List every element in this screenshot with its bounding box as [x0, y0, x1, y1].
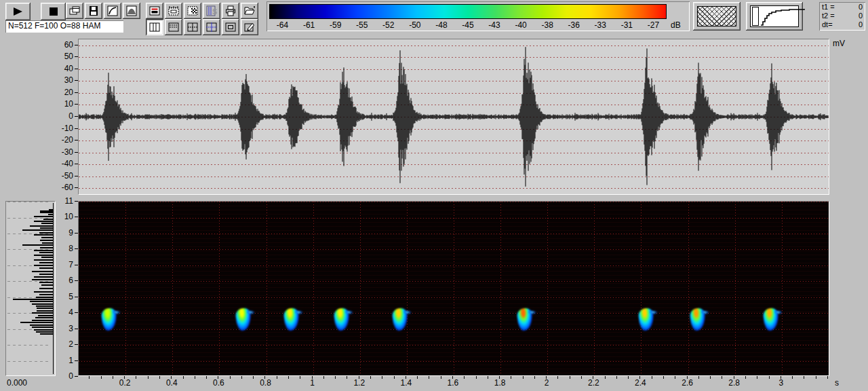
spectrum-bar — [37, 310, 53, 312]
time-tick-label: 0.4 — [163, 378, 180, 388]
mv-tick — [75, 128, 78, 129]
time-gridline — [454, 202, 454, 375]
colorbar-tick-label: -48 — [428, 20, 454, 30]
spectrum-gridline — [7, 202, 50, 202]
play-button[interactable] — [5, 3, 31, 20]
time-tick-label: 0.2 — [117, 378, 133, 388]
spectrum-bar — [32, 312, 53, 314]
mv-tick-label: 50 — [51, 52, 73, 61]
spectrum-bar — [37, 308, 53, 309]
colorbar-tick-label: -38 — [534, 20, 561, 30]
colorbar-tick-label: -55 — [349, 20, 375, 30]
spectrum-bar — [39, 232, 53, 234]
colorbar-tick-label: -33 — [587, 20, 614, 30]
dolphin-click-blip — [102, 308, 117, 331]
time-gridline — [688, 202, 689, 375]
windows-copy-button[interactable] — [66, 3, 83, 19]
spectrum-bar — [43, 219, 53, 220]
colorbar-tick-label: -59 — [322, 20, 349, 30]
mv-tick — [75, 140, 78, 141]
window-function-icon — [125, 5, 138, 16]
mv-tick — [75, 69, 78, 69]
spectrum-bar — [39, 252, 54, 253]
spectrum-bar — [32, 271, 53, 272]
time-zoom-button[interactable] — [165, 3, 182, 19]
spectrum-bar — [48, 214, 53, 215]
fft-settings-button[interactable]: S — [203, 3, 220, 19]
edit-pencil-icon — [243, 22, 256, 33]
khz-tick — [75, 329, 78, 329]
spectrogram-canvas[interactable] — [78, 201, 829, 376]
gain-curve-button[interactable] — [104, 3, 121, 19]
stop-icon — [49, 7, 58, 16]
colorbar-tick-label: -36 — [561, 20, 587, 30]
spectrum-bar — [39, 294, 54, 295]
spectrum-bar — [22, 244, 53, 246]
selection-button[interactable] — [184, 3, 201, 19]
cursor-readout-panel: t1 =0t2 =0dt=0 — [819, 2, 865, 31]
time-gridline — [407, 202, 408, 375]
readout-row: dt=0 — [822, 20, 863, 29]
time-gridline — [547, 202, 548, 375]
dolphin-click-blip — [764, 308, 778, 331]
time-tick-label: 2.6 — [679, 378, 696, 388]
mean-spectrum-canvas[interactable] — [5, 201, 56, 376]
mv-tick-label: -60 — [51, 183, 73, 192]
time-gridline — [641, 202, 642, 375]
window-function-button[interactable] — [123, 3, 140, 19]
stop-button[interactable] — [41, 3, 66, 20]
print-button[interactable] — [222, 3, 239, 19]
layout-rows-button[interactable] — [165, 19, 182, 35]
dolphin-click-blip — [517, 308, 532, 331]
mv-tick-label: 0 — [51, 111, 73, 121]
colorbar-tick-label: -50 — [401, 20, 428, 30]
spectrum-bar — [32, 327, 53, 328]
readout-value: 0 — [859, 12, 863, 20]
mv-tick-label: 20 — [51, 88, 73, 97]
spectrum-bar — [38, 315, 53, 316]
khz-tick — [75, 248, 78, 249]
mv-tick-label: -20 — [51, 135, 73, 145]
dolphin-click-blip — [393, 308, 408, 331]
time-gridline — [125, 202, 126, 375]
spectrum-bar — [35, 317, 53, 318]
waveform-trace — [79, 39, 829, 194]
khz-tick-label: 11 — [56, 196, 73, 206]
spectrum-bar — [34, 234, 53, 236]
spectrum-bar — [30, 225, 53, 227]
open-file-button[interactable] — [241, 3, 258, 19]
layout-quad-icon — [186, 22, 199, 33]
layout-columns-button[interactable] — [146, 19, 163, 35]
layout-quad-button[interactable] — [184, 19, 201, 35]
oscillogram-canvas[interactable] — [78, 39, 829, 195]
time-gridline — [594, 202, 595, 375]
time-tick-label: 1.2 — [351, 378, 368, 388]
spectrum-gridline — [7, 361, 50, 362]
readout-row: t1 =0 — [822, 3, 863, 12]
spectrum-bar — [36, 297, 53, 298]
edit-button[interactable] — [241, 19, 258, 35]
time-gridline — [313, 202, 314, 375]
save-button[interactable] — [85, 3, 102, 19]
hatch-pattern-button[interactable] — [693, 2, 741, 31]
spectrum-bar — [40, 333, 53, 335]
khz-tick-label: 10 — [56, 212, 73, 221]
time-gridline — [360, 202, 361, 375]
spectrum-bar — [39, 262, 54, 263]
checker-selection-icon — [186, 5, 199, 16]
display-button[interactable] — [146, 3, 163, 19]
time-tick-label: 2.8 — [726, 378, 743, 388]
layout-cross-button[interactable] — [203, 19, 220, 35]
mv-tick — [75, 92, 78, 93]
layout-inset-button[interactable] — [222, 19, 239, 35]
time-gridline — [172, 202, 173, 375]
mv-tick-label: -40 — [51, 159, 73, 168]
transfer-curve-icon — [750, 5, 799, 27]
layout-columns-icon — [149, 22, 161, 33]
transfer-curve-button[interactable] — [746, 2, 803, 31]
time-tick-label: 2.4 — [632, 378, 648, 388]
layout-inset-icon — [224, 22, 237, 33]
readout-value: 0 — [859, 20, 863, 29]
spectrum-bar — [36, 305, 53, 307]
spectrum-bar — [30, 324, 53, 326]
